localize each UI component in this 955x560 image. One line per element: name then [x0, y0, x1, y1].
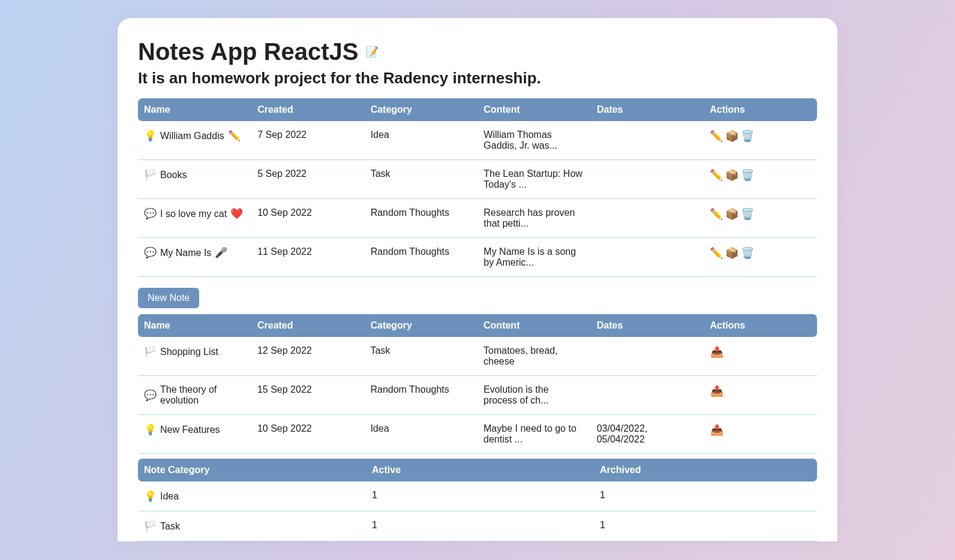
note-category: Task: [365, 160, 478, 199]
note-created: 7 Sep 2022: [251, 121, 365, 160]
th-archived: Archived: [594, 459, 817, 481]
note-dates: [591, 376, 704, 415]
note-category: Random Thoughts: [365, 238, 478, 277]
note-category: Random Thoughts: [364, 376, 478, 415]
th-category: Category: [364, 314, 478, 337]
note-content: Research has proven that petti...: [478, 199, 591, 238]
suffix-icon: ❤️: [230, 207, 243, 220]
note-category: Idea: [365, 121, 478, 160]
th-content: Content: [478, 98, 591, 121]
note-name: William Gaddis: [160, 131, 224, 141]
suffix-icon: ✏️: [228, 130, 241, 142]
summary-table: Note Category Active Archived 💡 Idea 1 1…: [138, 459, 817, 541]
summary-active: 1: [366, 511, 594, 541]
table-row: 💡 William Gaddis ✏️ 7 Sep 2022 Idea Will…: [138, 121, 817, 160]
note-content: My Name Is is a song by Americ...: [478, 238, 591, 277]
app-card: Notes App ReactJS 📝 It is an homework pr…: [118, 18, 837, 541]
table-row: 💡 New Features 10 Sep 2022 Idea Maybe I …: [138, 415, 817, 454]
table-row: 🏳️ Shopping List 12 Sep 2022 Task Tomato…: [138, 337, 817, 376]
th-category: Category: [365, 98, 478, 121]
note-content: William Thomas Gaddis, Jr. was...: [478, 121, 591, 160]
edit-icon[interactable]: ✏️: [710, 168, 723, 182]
note-content: Evolution is the process of ch...: [478, 376, 591, 415]
category-icon: 💡: [144, 490, 157, 502]
note-name: New Features: [160, 424, 220, 435]
category-icon: 💬: [144, 246, 157, 259]
th-name: Name: [138, 314, 251, 337]
note-name: The theory of evolution: [160, 384, 245, 406]
page-subtitle: It is an homework project for the Radenc…: [138, 69, 817, 88]
summary-table-header-row: Note Category Active Archived: [138, 459, 817, 481]
category-icon: 💬: [144, 207, 157, 220]
unarchive-icon[interactable]: 📤: [710, 384, 723, 398]
th-name: Name: [138, 98, 251, 121]
note-category: Idea: [364, 415, 478, 454]
edit-icon[interactable]: ✏️: [710, 207, 723, 221]
delete-icon[interactable]: 🗑️: [741, 130, 754, 143]
category-icon: 💡: [144, 423, 157, 436]
note-content: Tomatoes, bread, cheese: [478, 337, 591, 376]
delete-icon[interactable]: 🗑️: [741, 168, 754, 182]
summary-archived: 1: [594, 481, 817, 511]
category-icon: 💡: [144, 130, 157, 142]
table-row: 💬 The theory of evolution 15 Sep 2022 Ra…: [138, 376, 817, 415]
summary-archived: 1: [594, 511, 817, 541]
category-icon: 🏳️: [144, 345, 157, 358]
title-text: Notes App ReactJS: [138, 38, 359, 65]
new-note-button[interactable]: New Note: [138, 288, 199, 308]
note-name: Shopping List: [160, 347, 218, 357]
archive-icon[interactable]: 📦: [725, 207, 738, 221]
archived-table: Name Created Category Content Dates Acti…: [138, 314, 817, 454]
notes-table-header-row: Name Created Category Content Dates Acti…: [138, 98, 817, 121]
note-dates: [591, 160, 704, 199]
note-dates: [591, 337, 704, 376]
th-dates: Dates: [591, 314, 704, 337]
archive-icon[interactable]: 📦: [725, 246, 738, 260]
table-row: 💡 Idea 1 1: [138, 481, 817, 511]
th-created: Created: [251, 98, 365, 121]
category-icon: 🏳️: [144, 168, 157, 181]
note-category: Task: [364, 337, 478, 376]
suffix-icon: 🎤: [215, 246, 227, 259]
edit-icon[interactable]: ✏️: [710, 246, 723, 260]
summary-active: 1: [366, 481, 594, 511]
archive-icon[interactable]: 📦: [725, 168, 738, 182]
category-icon: 💬: [144, 389, 157, 402]
note-name: My Name Is: [160, 248, 211, 258]
th-note-category: Note Category: [138, 459, 366, 481]
summary-category: Idea: [160, 491, 179, 502]
note-dates: [591, 238, 704, 277]
note-created: 12 Sep 2022: [251, 337, 364, 376]
memo-icon: 📝: [366, 46, 379, 58]
note-content: The Lean Startup: How Today's ...: [478, 160, 591, 199]
note-dates: [591, 199, 704, 238]
th-created: Created: [251, 314, 364, 337]
note-category: Random Thoughts: [365, 199, 478, 238]
table-row: 🏳️ Task 1 1: [138, 511, 817, 541]
table-row: 🏳️ Books 5 Sep 2022 Task The Lean Startu…: [138, 160, 817, 199]
th-actions: Actions: [704, 314, 817, 337]
unarchive-icon[interactable]: 📤: [710, 345, 723, 359]
summary-category: Task: [160, 521, 180, 532]
note-created: 11 Sep 2022: [251, 238, 365, 277]
note-content: Maybe I need to go to dentist ...: [478, 415, 591, 454]
th-actions: Actions: [704, 98, 817, 121]
note-created: 5 Sep 2022: [251, 160, 365, 199]
archive-icon[interactable]: 📦: [725, 130, 738, 143]
delete-icon[interactable]: 🗑️: [741, 246, 754, 260]
table-row: 💬 My Name Is 🎤 11 Sep 2022 Random Though…: [138, 238, 817, 277]
category-icon: 🏳️: [144, 520, 157, 532]
table-row: 💬 I so love my cat ❤️ 10 Sep 2022 Random…: [138, 199, 817, 238]
th-active: Active: [366, 459, 594, 481]
note-created: 10 Sep 2022: [251, 199, 365, 238]
note-name: Books: [160, 170, 187, 180]
note-created: 15 Sep 2022: [251, 376, 364, 415]
notes-table: Name Created Category Content Dates Acti…: [138, 98, 817, 277]
unarchive-icon[interactable]: 📤: [710, 423, 723, 436]
note-created: 10 Sep 2022: [251, 415, 364, 454]
note-name: I so love my cat: [160, 209, 227, 219]
page-title: Notes App ReactJS 📝: [138, 38, 817, 65]
delete-icon[interactable]: 🗑️: [741, 207, 754, 221]
note-dates: [591, 121, 704, 160]
edit-icon[interactable]: ✏️: [710, 130, 723, 143]
